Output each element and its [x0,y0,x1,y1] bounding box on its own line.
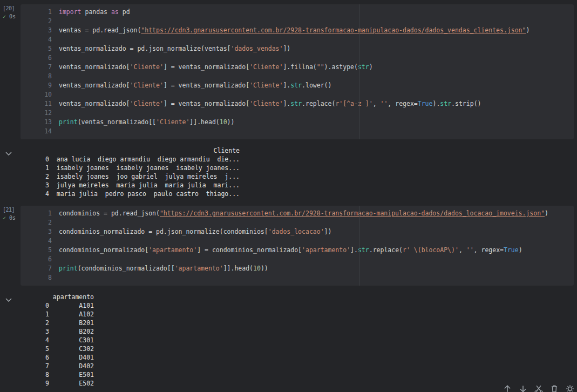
column-ruler [359,206,359,286]
code-line: 2 [21,218,574,227]
code-cell-2: [21] ✓ 0s 1condominios = pd.read_json("h… [0,206,577,286]
line-number: 7 [21,63,59,72]
code-line: 7ventas_normalizado['Cliente'] = ventas_… [21,63,574,72]
execution-duration: 0s [9,13,16,19]
code-line: 10 [21,90,574,99]
line-number: 11 [21,99,59,109]
output-area-1: Cliente 0 ana lucia diego armandiu diego… [0,146,577,198]
code-line: 5ventas_normalizado = pd.json_normalize(… [21,44,574,53]
code-line: 6 [21,255,574,264]
line-number: 7 [21,264,59,273]
move-cell-down-icon[interactable] [518,384,528,392]
line-number: 6 [21,255,59,264]
line-number: 2 [21,17,59,26]
code-editor-2[interactable]: 1condominios = pd.read_json("https://cdn… [21,206,574,286]
code-line: 12 [21,109,574,118]
line-number: 8 [21,72,59,81]
execution-status: ✓ 0s [3,214,21,222]
line-number: 6 [21,53,59,63]
success-check-icon: ✓ [3,215,6,221]
line-number: 13 [21,118,59,127]
line-number: 3 [21,227,59,236]
code-line: 14 [21,127,574,136]
line-number: 9 [21,81,59,90]
success-check-icon: ✓ [3,13,6,19]
execution-count-badge[interactable]: [21] [3,206,21,214]
collapse-output-icon[interactable] [5,294,12,304]
delete-cell-icon[interactable] [549,384,559,392]
column-ruler [359,4,359,139]
code-line: 1import pandas as pd [21,8,574,17]
line-number: 1 [21,209,59,218]
output-gutter-1 [0,146,21,198]
code-line: 8 [21,273,574,282]
code-editor-1[interactable]: 1import pandas as pd23ventas = pd.read_j… [21,4,574,139]
line-number: 3 [21,26,59,35]
cell-gutter-2: [21] ✓ 0s [0,206,21,286]
code-line: 8 [21,72,574,81]
cell-gutter-1: [20] ✓ 0s [0,4,21,139]
cell-output-text-1: Cliente 0 ana lucia diego armandiu diego… [21,146,240,198]
output-area-2: apartamento 0 A101 1 A102 2 B201 3 B202 … [0,292,577,388]
code-cell-1: [20] ✓ 0s 1import pandas as pd23ventas =… [0,4,577,139]
execution-status: ✓ 0s [3,12,21,21]
collapse-output-icon[interactable] [5,147,12,158]
line-number: 1 [21,8,59,17]
line-number: 4 [21,236,59,246]
move-cell-up-icon[interactable] [503,384,512,392]
code-line: 5condominios_normalizado['apartamento'] … [21,246,574,255]
line-number: 8 [21,273,59,282]
code-line: 9ventas_normalizado['Cliente'] = ventas_… [21,81,574,90]
line-number: 14 [21,127,59,136]
output-gutter-2 [0,292,21,388]
code-line: 13print(ventas_normalizado[['Cliente']].… [21,118,574,127]
line-number: 2 [21,218,59,227]
code-line: 3condominios_normalizado = pd.json_norma… [21,227,574,236]
code-line: 7print(condominios_normalizado[['apartam… [21,264,574,273]
cut-cell-icon[interactable] [534,384,544,392]
code-line: 6 [21,53,574,63]
code-line: 1condominios = pd.read_json("https://cdn… [21,209,574,218]
line-number: 5 [21,246,59,255]
notebook: [20] ✓ 0s 1import pandas as pd23ventas =… [0,0,577,388]
code-line: 4 [21,35,574,44]
line-number: 12 [21,109,59,118]
code-line: 11ventas_normalizado['Cliente'] = ventas… [21,99,574,109]
cell-output-text-2: apartamento 0 A101 1 A102 2 B201 3 B202 … [21,292,94,388]
execution-duration: 0s [9,215,16,221]
settings-icon[interactable] [565,384,575,392]
code-line: 2 [21,17,574,26]
cell-toolbar [503,384,575,392]
line-number: 4 [21,35,59,44]
line-number: 5 [21,44,59,53]
code-line: 4 [21,236,574,246]
code-line: 3ventas = pd.read_json("https://cdn3.gna… [21,26,574,35]
execution-count-badge[interactable]: [20] [3,4,21,12]
line-number: 10 [21,90,59,99]
